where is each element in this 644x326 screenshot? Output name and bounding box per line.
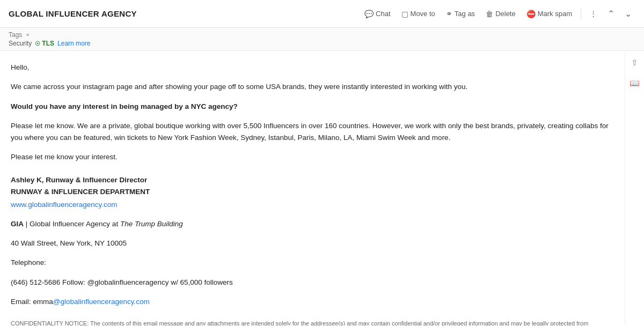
book-icon: 📖 — [630, 78, 640, 88]
gia-label: GIA — [11, 220, 24, 228]
tls-check-icon: ☉ — [35, 40, 40, 47]
delete-label: Delete — [495, 10, 516, 18]
email-body: Hello, We came across your instagram pag… — [0, 51, 625, 325]
paragraph3: Please let me know. We are a private, gl… — [11, 120, 609, 144]
chat-button[interactable]: 💬 Chat — [360, 7, 394, 21]
signature-section: Ashley K, Runway & Influencer Director R… — [11, 174, 609, 211]
phone-number: (646) 512-5686 Follow: @globalinfluencer… — [11, 277, 609, 288]
tls-label: TLS — [42, 40, 54, 47]
gia-line1: GIA | Global Influencer Agency at The Tr… — [11, 218, 609, 230]
sidebar-icons: ⇧ 📖 — [625, 51, 644, 325]
folder-icon: ▢ — [401, 10, 408, 18]
email-title: GLOBAL INFLUENCER AGENCY — [9, 9, 137, 18]
tag-small-icon: ⚭ — [25, 32, 30, 39]
security-row: Security ☉ TLS Learn more — [9, 40, 635, 47]
paragraph4: Please let me know your interest. — [11, 151, 609, 163]
mark-spam-button[interactable]: ⛔ Mark spam — [522, 7, 576, 21]
gia-separator: | Global Influencer Agency at — [24, 220, 120, 228]
trash-icon: 🗑 — [486, 10, 493, 18]
share-icon: ⇧ — [631, 58, 638, 68]
chat-label: Chat — [376, 10, 390, 18]
share-icon-button[interactable]: ⇧ — [627, 55, 642, 70]
tags-row: Tags ⚭ — [9, 31, 635, 39]
chevron-down-icon: ⌄ — [625, 9, 632, 19]
tag-as-label: Tag as — [455, 10, 475, 18]
paragraph2-bold: Would you have any interest in being man… — [11, 101, 609, 113]
gia-building: The Trump Building — [120, 220, 183, 228]
email-body-container: Hello, We came across your instagram pag… — [0, 51, 644, 325]
chat-icon: 💬 — [364, 10, 374, 18]
email-label: Email: emma — [11, 298, 53, 306]
email-line: Email: emma@globalinfluenceragency.com — [11, 296, 609, 308]
tag-icon: ⚭ — [446, 10, 452, 18]
nav-up-button[interactable]: ⌃ — [603, 6, 618, 21]
mark-spam-label: Mark spam — [538, 10, 572, 18]
more-options-button[interactable]: ⋮ — [586, 7, 601, 20]
spam-icon: ⛔ — [526, 10, 536, 18]
paragraph1: We came across your instagram page and a… — [11, 81, 609, 93]
tags-label: Tags — [9, 31, 22, 39]
email-header: GLOBAL INFLUENCER AGENCY 💬 Chat ▢ Move t… — [0, 0, 644, 28]
learn-more-link[interactable]: Learn more — [57, 40, 90, 47]
move-to-label: Move to — [411, 10, 435, 18]
tag-as-button[interactable]: ⚭ Tag as — [442, 7, 479, 21]
header-actions: 💬 Chat ▢ Move to ⚭ Tag as 🗑 Delete ⛔ Mar… — [360, 6, 635, 21]
move-to-button[interactable]: ▢ Move to — [397, 7, 440, 21]
chevron-up-icon: ⌃ — [608, 9, 614, 19]
security-label: Security — [9, 40, 32, 47]
email-link[interactable]: @globalinfluenceragency.com — [53, 298, 150, 306]
nav-down-button[interactable]: ⌄ — [620, 6, 635, 21]
greeting: Hello, — [11, 62, 609, 73]
sub-header: Tags ⚭ Security ☉ TLS Learn more — [0, 28, 644, 51]
more-icon: ⋮ — [590, 10, 597, 18]
delete-button[interactable]: 🗑 Delete — [481, 7, 520, 21]
telephone-label: Telephone: — [11, 257, 609, 269]
confidentiality-notice: CONFIDENTIALITY NOTICE: The contents of … — [11, 318, 601, 325]
divider — [581, 9, 581, 19]
read-icon-button[interactable]: 📖 — [627, 76, 642, 91]
gia-block: GIA | Global Influencer Agency at The Tr… — [11, 218, 609, 308]
email-content: Hello, We came across your instagram pag… — [11, 62, 609, 325]
gia-address: 40 Wall Street, New York, NY 10005 — [11, 238, 609, 249]
tls-badge: ☉ TLS — [35, 40, 54, 47]
signature-name-title: Ashley K, Runway & Influencer Director — [11, 174, 609, 186]
signature-department: RUNWAY & INFLUENCER DEPARTMENT — [11, 186, 609, 198]
signature-website[interactable]: www.globalinfluenceragency.com — [11, 201, 118, 209]
